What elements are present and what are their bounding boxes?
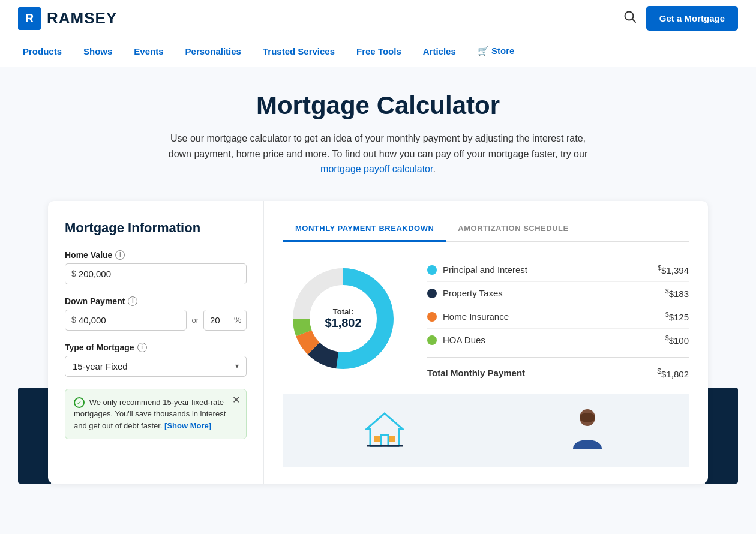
pct-suffix: % [234,315,241,325]
donut-center: Total: $1,802 [325,307,361,330]
total-monthly-value: $$1,802 [657,367,689,379]
mortgage-type-select-wrapper: 15-year Fixed 30-year Fixed 20-year Fixe… [65,356,247,377]
person-card[interactable] [486,394,689,467]
down-payment-pct-input[interactable] [210,315,232,325]
calculator-section: Mortgage Calculator Use our mortgage cal… [0,67,756,484]
down-payment-prefix: $ [71,315,76,325]
dark-left-panel [18,388,51,484]
or-text: or [191,316,199,325]
total-monthly-label: Total Monthly Payment [427,368,525,378]
mortgage-info-panel: Mortgage Information Home Value i $ [48,201,264,484]
page-description: Use our mortgage calculator to get an id… [168,131,588,177]
main-nav: Products Shows Events Personalities Trus… [0,37,756,67]
breakdown-content: Total: $1,802 Principal and Interest [283,259,689,379]
mortgage-type-info-icon[interactable]: i [137,343,147,352]
home-value-label: Home Value i [65,250,247,260]
logo[interactable]: R RAMSEY [18,7,117,30]
legend-label-hoa-dues: HOA Dues [443,335,485,345]
house-icon [365,411,404,449]
home-value-prefix: $ [71,269,76,278]
svg-line-1 [632,19,635,23]
donut-value: $1,802 [325,316,361,330]
payoff-calculator-link[interactable]: mortgage payoff calculator [320,164,433,174]
calculator-container: Mortgage Information Home Value i $ [48,201,708,484]
person-icon [571,408,604,452]
tip-check-icon: ✓ [74,397,85,408]
mortgage-type-label: Type of Mortgage i [65,343,247,352]
legend-item-home-insurance: Home Insurance $$125 [427,305,689,329]
down-payment-input[interactable] [79,315,181,325]
legend-value-principal: $$1,394 [658,265,689,275]
tip-close-button[interactable]: ✕ [232,394,240,406]
svg-rect-8 [374,436,380,442]
breakdown-tabs: MONTHLY PAYMENT BREAKDOWN AMORTIZATION S… [283,218,689,242]
chevron-down-icon: ▾ [235,362,239,370]
legend-label-property-taxes: Property Taxes [443,288,503,298]
legend-left-principal: Principal and Interest [427,265,527,275]
home-value-info-icon[interactable]: i [115,250,125,260]
tip-show-more-link[interactable]: [Show More] [164,421,211,430]
nav-item-products[interactable]: Products [12,38,73,67]
down-payment-label: Down Payment i [65,296,247,306]
down-payment-group: Down Payment i $ or % [65,296,247,331]
nav-item-articles[interactable]: Articles [412,38,467,67]
panel-title: Mortgage Information [65,220,247,236]
house-card[interactable] [283,394,486,467]
page-title: Mortgage Calculator [18,91,738,120]
svg-marker-7 [367,413,403,446]
tab-amortization[interactable]: AMORTIZATION SCHEDULE [446,218,580,242]
home-value-input-wrapper: $ [65,263,247,284]
site-header: R RAMSEY Get a Mortgage [0,0,756,37]
nav-item-trusted-services[interactable]: Trusted Services [252,38,346,67]
legend-label-home-insurance: Home Insurance [443,311,509,322]
nav-item-shows[interactable]: Shows [73,38,123,67]
legend-value-home-insurance: $$125 [665,311,689,322]
nav-item-events[interactable]: Events [123,38,174,67]
nav-item-free-tools[interactable]: Free Tools [346,38,412,67]
legend-value-hoa-dues: $$100 [665,335,689,346]
legend-item-principal: Principal and Interest $$1,394 [427,259,689,282]
legend-dot-principal [427,265,437,275]
legend-left-hoa-dues: HOA Dues [427,335,485,345]
home-value-input[interactable] [79,269,240,279]
mortgage-type-select[interactable]: 15-year Fixed 30-year Fixed 20-year Fixe… [73,361,235,371]
donut-chart: Total: $1,802 [283,259,403,379]
nav-item-store[interactable]: 🛒 Store [467,37,526,67]
legend-dot-hoa-dues [427,335,437,345]
legend-left-property-taxes: Property Taxes [427,288,503,298]
down-payment-row: $ or % [65,310,247,331]
legend-value-property-taxes: $$183 [665,288,689,299]
down-payment-pct-wrapper: % [203,310,247,331]
breakdown-panel: MONTHLY PAYMENT BREAKDOWN AMORTIZATION S… [264,201,708,484]
legend-label-principal: Principal and Interest [443,265,527,275]
logo-icon: R [18,7,41,30]
legend-dot-home-insurance [427,312,437,322]
bottom-cards [283,394,689,467]
down-payment-info-icon[interactable]: i [128,296,137,306]
dark-right-panel [705,388,738,484]
total-row: Total Monthly Payment $$1,802 [427,357,689,379]
tab-monthly-payment[interactable]: MONTHLY PAYMENT BREAKDOWN [283,218,446,242]
tip-box: ✕ ✓ We only recommend 15-year fixed-rate… [65,389,247,440]
legend-item-hoa-dues: HOA Dues $$100 [427,329,689,352]
breakdown-legend: Principal and Interest $$1,394 Property … [427,259,689,379]
legend-dot-property-taxes [427,289,437,298]
down-payment-input-wrapper: $ [65,310,187,331]
svg-rect-9 [389,436,395,442]
svg-point-13 [580,413,595,422]
nav-item-personalities[interactable]: Personalities [175,38,252,67]
legend-left-home-insurance: Home Insurance [427,311,509,322]
logo-text: RAMSEY [47,9,117,28]
get-mortgage-button[interactable]: Get a Mortgage [646,6,738,31]
legend-item-property-taxes: Property Taxes $$183 [427,282,689,305]
header-actions: Get a Mortgage [623,6,738,31]
search-button[interactable] [623,10,637,26]
mortgage-type-group: Type of Mortgage i 15-year Fixed 30-year… [65,343,247,377]
donut-label: Total: [325,307,361,316]
main-content: Mortgage Calculator Use our mortgage cal… [0,67,756,534]
home-value-group: Home Value i $ [65,250,247,284]
